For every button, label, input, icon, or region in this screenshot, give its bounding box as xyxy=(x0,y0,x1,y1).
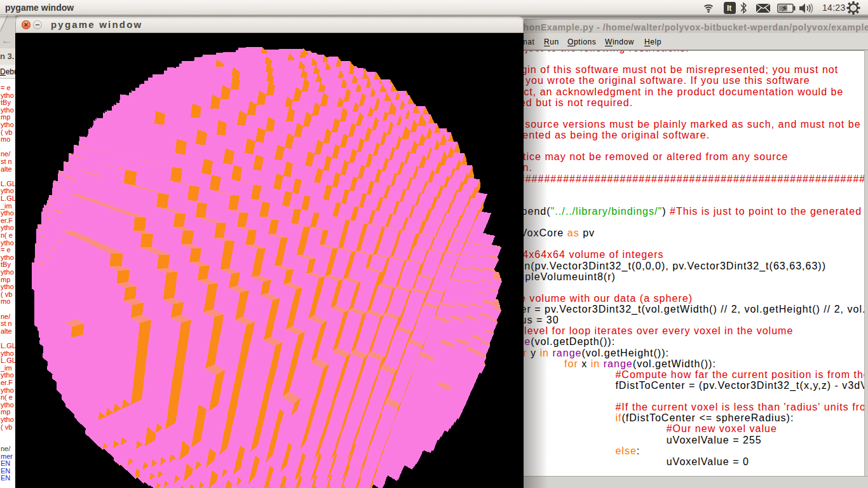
svg-text:It: It xyxy=(727,4,731,13)
